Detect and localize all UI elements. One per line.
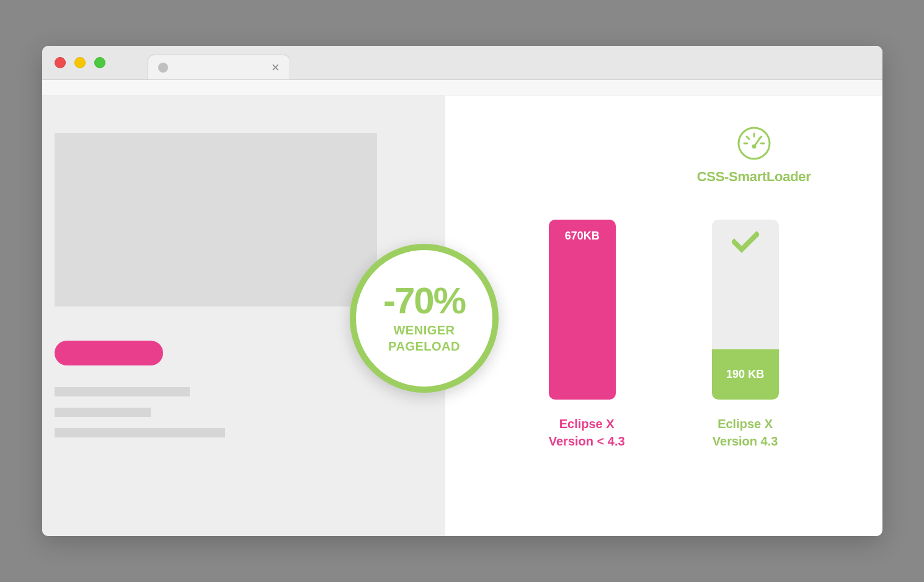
text-placeholder-line — [55, 408, 151, 417]
svg-line-6 — [759, 137, 762, 139]
bar-before-value: 670KB — [549, 220, 616, 243]
bar-after: 190 KB — [712, 220, 779, 400]
traffic-lights — [55, 57, 105, 68]
comparison-chart: CSS-SmartLoader 670KB Eclipse X Version … — [445, 96, 882, 536]
url-bar — [42, 80, 882, 96]
bar-before: 670KB — [549, 220, 616, 400]
hero-placeholder — [55, 133, 377, 307]
bars-area: 670KB Eclipse X Version < 4.3 — [445, 220, 882, 450]
text-placeholder-line — [55, 428, 225, 437]
bar-after-label: Eclipse X Version 4.3 — [712, 415, 779, 450]
browser-window: × — [42, 46, 882, 536]
checkmark-icon — [712, 231, 779, 253]
text-placeholder-line — [55, 387, 190, 396]
bar-before-label-line2: Version < 4.3 — [549, 434, 625, 448]
content-area: CSS-SmartLoader 670KB Eclipse X Version … — [42, 96, 882, 536]
tab-close-icon[interactable]: × — [272, 60, 280, 76]
bar-before-label: Eclipse X Version < 4.3 — [549, 415, 625, 450]
minimize-window-icon[interactable] — [74, 57, 86, 68]
bar-after-fill: 190 KB — [712, 349, 779, 400]
titlebar: × — [42, 46, 882, 80]
badge-percent: -70% — [383, 282, 465, 320]
feature-title: CSS-SmartLoader — [697, 169, 811, 185]
reduction-badge: -70% WENIGER PAGELOAD — [350, 244, 499, 393]
bar-after-value: 190 KB — [726, 368, 764, 381]
badge-subtitle: WENIGER PAGELOAD — [388, 322, 460, 354]
cta-button-placeholder — [55, 341, 163, 365]
badge-sub-line1: WENIGER — [393, 323, 455, 337]
svg-line-5 — [747, 137, 749, 139]
gauge-icon — [737, 127, 771, 160]
feature-header: CSS-SmartLoader — [697, 127, 811, 185]
text-placeholder-group — [55, 387, 433, 437]
bar-after-group: 190 KB Eclipse X Version 4.3 — [712, 220, 779, 450]
maximize-window-icon[interactable] — [94, 57, 105, 68]
bar-after-label-line2: Version 4.3 — [713, 434, 778, 448]
badge-sub-line2: PAGELOAD — [388, 339, 460, 353]
bar-before-label-line1: Eclipse X — [559, 417, 615, 431]
browser-tab[interactable]: × — [148, 55, 290, 79]
bar-before-group: 670KB Eclipse X Version < 4.3 — [549, 220, 625, 450]
bar-after-label-line1: Eclipse X — [717, 417, 773, 431]
close-window-icon[interactable] — [55, 57, 66, 68]
tab-favicon-icon — [158, 63, 168, 73]
